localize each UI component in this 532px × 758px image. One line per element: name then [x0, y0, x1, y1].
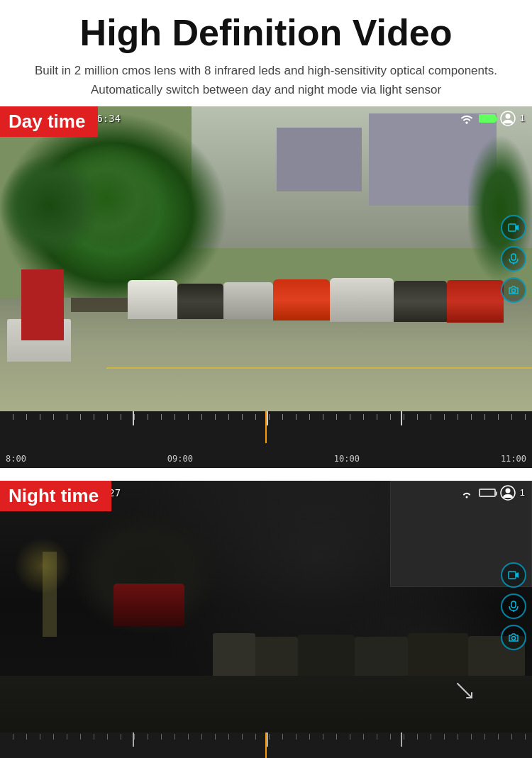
day-user-count: 1 [520, 113, 525, 123]
svg-rect-10 [509, 572, 516, 579]
svg-rect-4 [511, 254, 516, 260]
night-mic-icon [508, 601, 519, 612]
daytime-label: Day time [0, 106, 98, 137]
snapshot-control-btn[interactable] [501, 277, 526, 303]
daytime-section: Day time [0, 106, 532, 468]
svg-point-6 [512, 289, 516, 292]
main-title: High Definition Video [21, 13, 511, 53]
day-time-labels: 8:00 09:00 10:00 11:00 [0, 454, 532, 464]
battery-outline [479, 489, 496, 497]
battery-night [479, 489, 496, 497]
nighttime-section: Night time [0, 481, 532, 758]
user-icon-day [500, 111, 516, 126]
svg-point-7 [465, 496, 467, 498]
camera-icon [508, 284, 519, 296]
night-cursor [265, 732, 267, 758]
day-right-controls[interactable] [501, 215, 526, 303]
page-wrapper: High Definition Video Built in 2 million… [0, 0, 532, 758]
mic-control-btn[interactable] [501, 246, 526, 272]
night-mic-btn[interactable] [501, 593, 526, 619]
night-tick-area [0, 732, 532, 758]
video-icon [508, 222, 519, 233]
svg-point-2 [505, 113, 510, 118]
night-timeline [0, 732, 532, 758]
time-label-800: 8:00 [6, 454, 26, 464]
video-control-btn[interactable] [501, 215, 526, 240]
svg-rect-3 [509, 224, 516, 231]
section-gap [0, 468, 532, 481]
day-timeline: 8:00 09:00 10:00 11:00 [0, 411, 532, 468]
svg-point-9 [505, 488, 510, 493]
night-camera-icon [508, 632, 519, 643]
night-hud-icons: 1 [459, 485, 525, 501]
mic-icon [508, 253, 519, 264]
time-label-1100: 11:00 [501, 454, 526, 464]
user-icon-night [500, 485, 516, 501]
night-scene: 02-20-2019 23:14:27 [0, 481, 532, 732]
subtitle: Built in 2 million cmos lens with 8 infr… [25, 62, 507, 99]
battery-icon [479, 114, 496, 123]
day-cursor [265, 411, 267, 443]
hud-day-overlay: 02-14-2019 09:56:34 [0, 106, 532, 411]
battery-container [479, 114, 496, 123]
night-user-count: 1 [520, 487, 525, 498]
time-label-900: 09:00 [167, 454, 193, 464]
night-video-btn[interactable] [501, 562, 526, 588]
header-section: High Definition Video Built in 2 million… [0, 0, 532, 106]
svg-point-0 [465, 121, 467, 123]
time-label-1000: 10:00 [334, 454, 360, 464]
svg-point-13 [512, 637, 516, 640]
hud-night-overlay: 02-20-2019 23:14:27 [0, 481, 532, 732]
wifi-icon [459, 113, 475, 124]
day-hud-icons: 1 [459, 111, 525, 126]
day-scene: 02-14-2019 09:56:34 [0, 106, 532, 411]
night-video-icon [508, 569, 519, 581]
svg-rect-11 [511, 601, 516, 608]
wifi-icon-night [459, 487, 475, 498]
night-snapshot-btn[interactable] [501, 625, 526, 650]
nighttime-label: Night time [0, 481, 111, 511]
night-right-controls[interactable] [501, 562, 526, 650]
day-tick-area [0, 411, 532, 443]
